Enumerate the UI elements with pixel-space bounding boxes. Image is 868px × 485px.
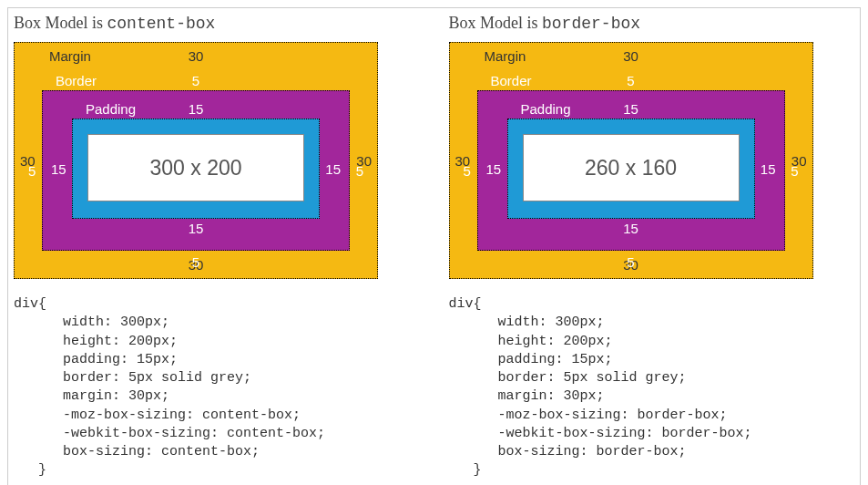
box-model-left: Margin 30 30 30 30 Border 5 5 5 5 Paddin… [14,42,378,279]
padding-bottom-value: 15 [189,221,204,236]
diagram-container: Box Model is content-box Margin 30 30 30… [7,7,861,485]
border-left-value: 5 [464,163,471,179]
border-label: Border [56,73,97,88]
border-right-value: 5 [791,163,798,179]
border-layer: Border 5 5 5 5 Padding 15 15 15 15 [42,90,350,251]
border-layer: Border 5 5 5 5 Padding 15 15 15 15 [477,90,785,251]
content-layer: 260 x 160 [523,134,740,201]
title-left: Box Model is content-box [14,14,420,33]
padding-label: Padding [521,101,571,117]
code-block-right: div{ width: 300px; height: 200px; paddin… [449,295,855,480]
margin-layer: Margin 30 30 30 30 Border 5 5 5 5 Paddin… [14,42,378,279]
border-left-value: 5 [28,163,36,179]
padding-bottom-value: 15 [623,221,638,236]
padding-top-value: 15 [189,101,204,117]
box-model-right: Margin 30 30 30 30 Border 5 5 5 5 Paddin… [449,42,813,279]
margin-label: Margin [485,48,526,64]
margin-top-value: 30 [623,48,638,64]
title-mode: content-box [107,15,216,33]
margin-label: Margin [49,48,91,64]
content-layer: 300 x 200 [87,134,304,201]
title-mode: border-box [542,15,640,33]
padding-layer: Padding 15 15 15 15 260 x 160 [507,119,755,219]
border-top-value: 5 [627,73,634,88]
panel-content-box: Box Model is content-box Margin 30 30 30… [8,8,425,485]
border-bottom-value: 5 [627,254,634,270]
padding-layer: Padding 15 15 15 15 300 x 200 [72,119,320,219]
title-right: Box Model is border-box [449,14,855,33]
border-right-value: 5 [356,163,363,179]
padding-right-value: 15 [761,161,776,177]
panel-border-box: Box Model is border-box Margin 30 30 30 … [444,8,861,485]
border-top-value: 5 [192,73,199,88]
margin-top-value: 30 [189,48,204,64]
title-prefix: Box Model is [449,14,543,32]
content-size: 300 x 200 [149,156,241,181]
padding-right-value: 15 [325,161,341,177]
code-block-left: div{ width: 300px; height: 200px; paddin… [14,295,420,480]
padding-left-value: 15 [486,161,502,177]
content-size: 260 x 160 [585,156,677,181]
padding-top-value: 15 [623,101,638,117]
title-prefix: Box Model is [14,14,107,32]
border-label: Border [491,73,532,88]
margin-layer: Margin 30 30 30 30 Border 5 5 5 5 Paddin… [449,42,813,279]
border-bottom-value: 5 [192,254,199,270]
padding-label: Padding [86,101,136,117]
padding-left-value: 15 [51,161,66,177]
